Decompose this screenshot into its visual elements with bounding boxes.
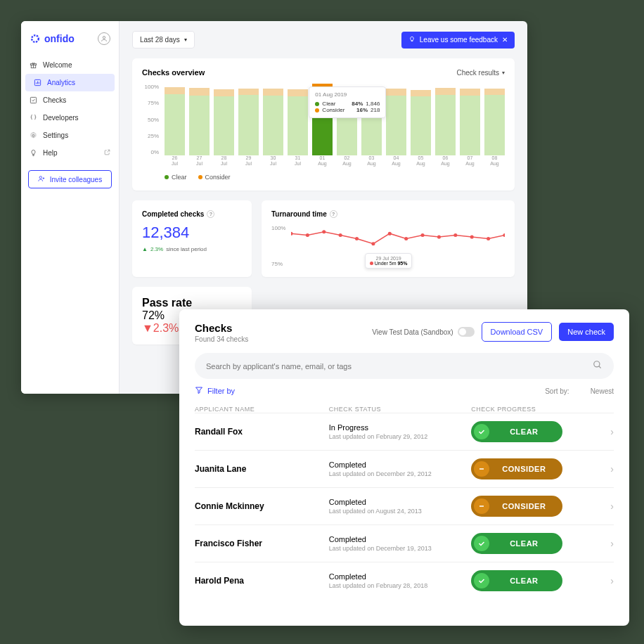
external-icon [104,149,110,157]
last-updated: Last updated on December 29, 2012 [329,470,472,477]
chart-bar[interactable] [238,84,259,155]
check-status: Completed [329,498,472,506]
svg-point-21 [437,235,441,238]
chart-bar[interactable] [214,84,234,155]
chart-yaxis: 100% 75% 50% 25% 0% [142,84,162,155]
sidebar-item-analytics[interactable]: Analytics [25,74,115,91]
user-avatar-icon[interactable] [98,32,110,45]
applicant-name: Harold Pena [195,576,329,586]
download-csv-button[interactable]: Download CSV [482,322,553,342]
sidebar-item-settings[interactable]: Settings [21,127,119,144]
applicant-name: Francisco Fisher [195,539,329,548]
chevron-right-icon[interactable]: › [610,463,614,475]
legend-clear-icon [165,175,169,179]
chart-bar[interactable] [460,84,480,155]
sidebar-item-label: Settings [43,131,68,139]
minus-icon [474,461,489,477]
kpi-title: Pass rate [142,297,192,309]
svg-point-11 [39,176,41,179]
brand-name: onfido [44,33,75,44]
sidebar-item-developers[interactable]: Developers [21,109,119,127]
sidebar: onfido Welcome Analytics Checks Develope… [21,21,120,394]
chart-bar[interactable] [386,84,406,155]
dot-clear-icon [315,102,319,106]
bulb-icon [30,149,37,157]
table-row[interactable]: Randall FoxIn ProgressLast updated on Fe… [195,413,614,450]
check-icon [474,424,489,439]
help-icon[interactable]: ? [330,210,337,218]
svg-point-12 [291,232,293,236]
bulb-icon [408,36,416,44]
svg-point-14 [322,230,326,233]
svg-point-25 [503,233,505,237]
legend-consider-icon [198,175,202,179]
search-bar[interactable] [195,353,614,379]
date-range-selector[interactable]: Last 28 days ▾ [132,31,195,49]
sidebar-item-welcome[interactable]: Welcome [21,56,119,74]
svg-marker-28 [196,387,202,394]
sidebar-nav: Welcome Analytics Checks Developers Sett… [21,56,119,162]
applicant-name: Juanita Lane [195,464,329,474]
new-check-button[interactable]: New check [559,323,614,341]
chart-xaxis: 26Jul27Jul28Jul29Jul30Jul31Jul01Aug02Aug… [165,155,505,168]
chart-bar[interactable] [288,84,308,155]
search-icon [593,360,603,372]
chart-icon [34,79,41,86]
svg-point-15 [339,233,342,237]
dot-red-icon [370,262,373,265]
search-input[interactable] [206,362,593,371]
feedback-banner[interactable]: Leave us some feedback ✕ [401,32,515,49]
kpi-title: Turnaround time [271,210,327,218]
applicant-name: Connie Mckinney [195,501,329,511]
brand: onfido [21,28,119,49]
sidebar-item-label: Welcome [43,61,72,69]
checks-overview-card: Checks overview Check results ▾ 100% 75%… [132,58,515,191]
table-header: APPLICANT NAME CHECK STATUS CHECK PROGRE… [195,406,614,413]
chart-bar[interactable] [165,84,185,155]
chart-bar[interactable] [263,84,283,155]
panel-subtitle: Found 34 checks [195,335,248,343]
chart-bar[interactable] [189,84,210,155]
svg-point-0 [32,35,39,42]
chart-bar[interactable] [435,84,456,155]
chevron-right-icon[interactable]: › [610,501,614,512]
help-icon[interactable]: ? [207,210,214,218]
last-updated: Last updated on February 29, 2012 [329,433,472,440]
table-row[interactable]: Harold PenaCompletedLast updated on Febr… [195,562,614,599]
svg-point-17 [371,242,375,245]
chevron-right-icon[interactable]: › [610,575,614,586]
table-row[interactable]: Connie MckinneyCompletedLast updated on … [195,487,614,524]
last-updated: Last updated on August 24, 2013 [329,508,472,515]
chart-bar[interactable] [411,84,431,155]
chart-legend: Clear Consider [165,174,505,181]
checks-panel: Checks Found 34 checks View Test Data (S… [179,309,629,626]
filter-by-button[interactable]: Filter by [195,386,235,396]
svg-point-22 [453,233,457,237]
chevron-right-icon[interactable]: › [610,426,614,437]
code-icon [30,114,37,122]
progress-pill: CONSIDER [471,496,562,517]
check-icon [474,536,489,551]
chevron-right-icon[interactable]: › [610,538,614,549]
table-row[interactable]: Francisco FisherCompletedLast updated on… [195,524,614,562]
table-row[interactable]: Juanita LaneCompletedLast updated on Dec… [195,450,614,487]
close-icon[interactable]: ✕ [502,36,508,44]
minus-icon [474,498,489,514]
sort-by-value[interactable]: Newest [591,387,614,395]
invite-colleagues-button[interactable]: Invite colleagues [28,170,112,188]
gift-icon [30,61,37,69]
chart-bar[interactable] [484,84,505,155]
svg-point-24 [487,237,490,240]
panel-title: Checks [195,322,248,334]
up-arrow-icon: ▲ [142,246,148,252]
check-results-dropdown[interactable]: Check results ▾ [456,69,505,77]
down-arrow-icon: ▼ [142,322,153,334]
sidebar-item-help[interactable]: Help [21,144,119,162]
progress-pill: CLEAR [471,570,562,591]
chart-tooltip: 01 Aug 2019 Clear84%1,846 Consider16%218 [309,86,386,118]
check-status: Completed [329,535,472,543]
sandbox-toggle[interactable] [458,327,475,337]
svg-point-18 [388,232,392,236]
sidebar-item-checks[interactable]: Checks [21,91,119,109]
kpi-title: Completed checks [142,210,204,218]
